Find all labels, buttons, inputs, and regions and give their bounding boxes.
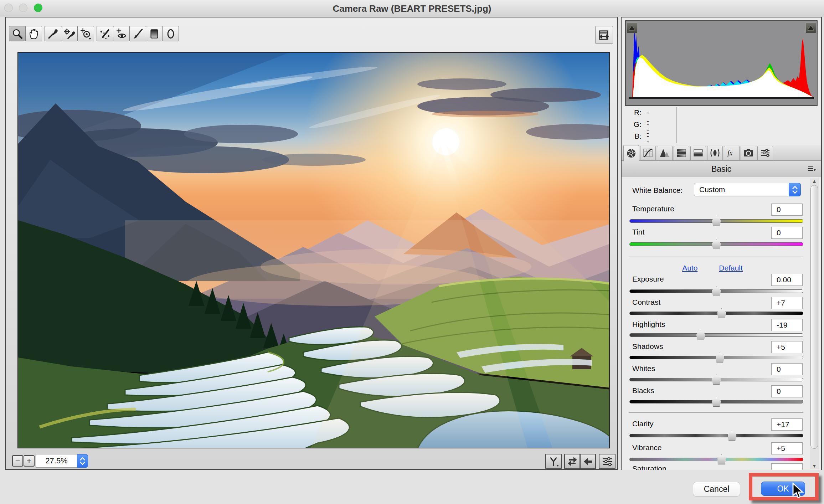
zoom-in-button[interactable]: + (24, 455, 35, 467)
tab-basic[interactable] (623, 145, 639, 161)
copy-current-settings-button[interactable] (580, 454, 596, 469)
hand-tool-button[interactable] (25, 26, 42, 41)
slider-thumb[interactable] (696, 330, 705, 340)
zoom-tool-button[interactable] (9, 26, 26, 41)
cursor-pointer (792, 483, 805, 500)
highlights-slider[interactable] (629, 333, 803, 337)
arrow-left-icon (583, 456, 593, 467)
white-balance-tool-button[interactable] (45, 26, 61, 41)
panel-tab-strip: fx (622, 145, 821, 161)
spot-removal-tool-button[interactable] (97, 26, 113, 41)
toggle-fullscreen-button[interactable] (595, 26, 613, 44)
scrollbar-thumb[interactable] (810, 185, 818, 449)
toggle-panel-button[interactable] (599, 454, 616, 469)
slider-thumb[interactable] (712, 286, 721, 296)
clipping-triangle-icon (807, 25, 814, 31)
tint-label: Tint (632, 228, 644, 236)
vibrance-slider[interactable] (629, 458, 803, 461)
temperature-value[interactable]: 0 (771, 204, 803, 216)
eyedropper-icon (47, 28, 59, 40)
slider-thumb[interactable] (717, 308, 726, 318)
split-toning-icon (693, 148, 704, 158)
radial-filter-tool-button[interactable] (162, 26, 179, 41)
panel-menu-icon[interactable] (808, 166, 816, 174)
clarity-value[interactable]: +17 (771, 418, 803, 431)
preview-panel: − + 27.5% (5, 17, 618, 470)
tab-detail[interactable] (657, 146, 673, 160)
graduated-filter-tool-button[interactable] (146, 26, 163, 41)
panel-title: Basic (622, 164, 821, 174)
exposure-slider[interactable] (629, 289, 803, 293)
red-eye-removal-tool-button[interactable] (113, 26, 130, 41)
zoom-out-button[interactable]: − (12, 455, 23, 467)
slider-thumb[interactable] (712, 239, 721, 249)
blue-channel-label: B: (622, 132, 642, 140)
slider-thumb[interactable] (712, 375, 721, 385)
slider-thumb[interactable] (712, 397, 721, 407)
tab-camera-calibration[interactable] (741, 146, 756, 160)
whites-value[interactable]: 0 (771, 363, 803, 375)
adjustment-brush-tool-button[interactable] (129, 26, 146, 41)
tint-value[interactable]: 0 (771, 227, 803, 239)
whites-slider[interactable] (629, 378, 803, 381)
tab-split-toning[interactable] (690, 146, 706, 160)
camera-icon (743, 148, 754, 158)
tab-tone-curve[interactable] (640, 146, 656, 160)
shadows-value[interactable]: +5 (771, 341, 803, 353)
exposure-value[interactable]: 0.00 (771, 274, 803, 286)
titlebar: Camera Raw (BEART PRESETS.jpg) (0, 0, 824, 16)
shadows-slider[interactable] (629, 356, 803, 359)
contrast-slider[interactable] (629, 312, 803, 315)
before-after-y-icon (547, 455, 560, 468)
default-link[interactable]: Default (719, 264, 743, 272)
exposure-label: Exposure (632, 275, 664, 283)
vibrance-value[interactable]: +5 (771, 442, 803, 454)
basic-panel-content: White Balance: Custom Temperature 0 Tint… (622, 177, 821, 470)
slider-thumb[interactable] (717, 454, 726, 464)
tab-hsl-grayscale[interactable] (674, 146, 689, 160)
histogram-plot (626, 21, 817, 105)
shadow-clipping-warning-button[interactable] (627, 22, 637, 33)
chevron-up-icon (80, 457, 85, 461)
fullscreen-icon (597, 28, 611, 42)
blacks-slider[interactable] (629, 400, 803, 403)
tint-slider[interactable] (629, 242, 803, 246)
slider-thumb[interactable] (727, 431, 737, 441)
basic-panel-header: Basic (622, 161, 821, 177)
saturation-value[interactable] (771, 463, 803, 470)
color-sampler-tool-button[interactable] (61, 26, 78, 41)
panel-scrollbar[interactable]: ▲ ▼ (810, 178, 819, 469)
clarity-slider[interactable] (629, 434, 803, 437)
divider (629, 412, 803, 413)
tab-effects[interactable]: fx (724, 146, 740, 160)
tab-lens-corrections[interactable] (707, 146, 723, 160)
zoom-level-stepper[interactable] (77, 454, 88, 468)
scroll-up-arrow-icon[interactable]: ▲ (811, 179, 818, 184)
auto-link[interactable]: Auto (682, 264, 697, 272)
image-preview[interactable] (17, 52, 610, 448)
shadows-label: Shadows (632, 342, 663, 351)
slider-thumb[interactable] (712, 216, 721, 226)
highlight-clipping-warning-button[interactable] (805, 22, 816, 33)
fx-icon: fx (726, 148, 737, 158)
slider-thumb[interactable] (715, 353, 725, 362)
scroll-down-arrow-icon[interactable]: ▼ (811, 463, 818, 468)
contrast-value[interactable]: +7 (771, 297, 803, 309)
targeted-adjustment-tool-button[interactable] (77, 26, 94, 41)
toolbar (9, 26, 182, 41)
white-balance-select[interactable]: Custom (694, 183, 801, 196)
zoom-level-field[interactable]: 27.5% (36, 454, 77, 468)
highlights-value[interactable]: -19 (771, 319, 803, 331)
contrast-label: Contrast (632, 298, 660, 307)
swap-before-after-button[interactable] (564, 454, 580, 469)
presets-sliders-icon (760, 148, 771, 158)
swap-arrows-icon (566, 455, 578, 468)
blacks-value[interactable]: 0 (771, 385, 803, 397)
cancel-button[interactable]: Cancel (693, 482, 740, 497)
temperature-slider[interactable] (629, 219, 803, 223)
window-title: Camera Raw (BEART PRESETS.jpg) (0, 3, 824, 14)
clipping-triangle-icon (628, 25, 635, 31)
tab-presets[interactable] (757, 146, 773, 160)
preview-mode-button[interactable] (545, 454, 562, 469)
graduated-filter-icon (148, 28, 160, 40)
